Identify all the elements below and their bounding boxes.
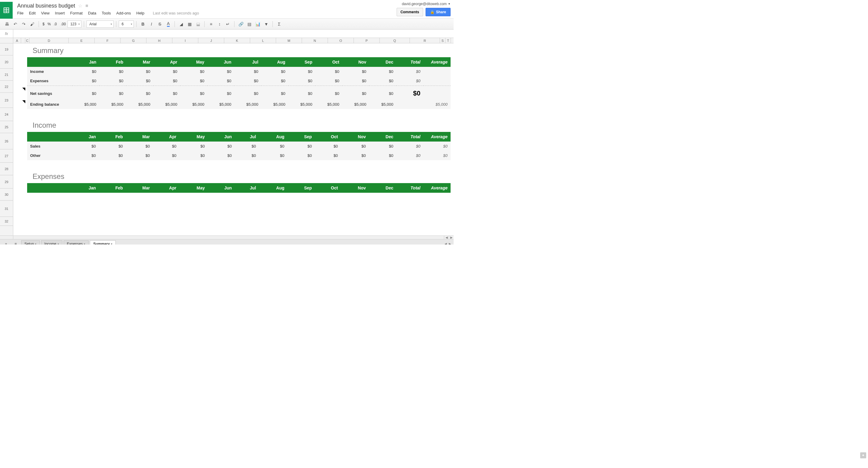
sheet-tab-summary[interactable]: Summary▾: [90, 240, 116, 244]
row-header[interactable]: 22: [0, 81, 13, 93]
row-header[interactable]: 21: [0, 69, 13, 81]
column-header[interactable]: K: [224, 38, 250, 43]
formula-bar: fx: [0, 30, 454, 38]
insert-comment-icon[interactable]: ▤: [245, 20, 253, 28]
strikethrough-icon[interactable]: S: [156, 20, 164, 28]
column-header[interactable]: P: [354, 38, 380, 43]
comments-button[interactable]: Comments: [397, 8, 423, 16]
column-header[interactable]: Q: [380, 38, 410, 43]
menu-format[interactable]: Format: [70, 11, 83, 15]
horizontal-scrollbar[interactable]: ◀▶: [0, 235, 454, 239]
column-header[interactable]: A: [13, 38, 21, 43]
column-header[interactable]: M: [276, 38, 302, 43]
font-size-select[interactable]: 6: [119, 21, 134, 28]
column-header[interactable]: J: [198, 38, 224, 43]
expenses-table[interactable]: JanFebMarAprMayJunJulAugSepOctNovDecTota…: [27, 183, 451, 193]
tab-scroll-right-icon[interactable]: ▶: [448, 241, 452, 244]
row-header[interactable]: 24: [0, 108, 13, 121]
share-button[interactable]: 🔒 Share: [426, 8, 451, 16]
document-title[interactable]: Annual business budget: [17, 3, 75, 9]
row-header[interactable]: 27: [0, 149, 13, 163]
insert-chart-icon[interactable]: 📊: [254, 20, 261, 28]
column-header[interactable]: R: [410, 38, 440, 43]
row-header[interactable]: 31: [0, 201, 13, 217]
print-icon[interactable]: 🖶: [3, 20, 11, 28]
income-title: Income: [33, 121, 451, 130]
column-header[interactable]: C: [25, 38, 30, 43]
formula-input[interactable]: [13, 30, 454, 38]
row-header[interactable]: 28: [0, 163, 13, 175]
horizontal-align-icon[interactable]: ≡: [207, 20, 215, 28]
increase-decimal[interactable]: .00: [60, 22, 67, 26]
italic-icon[interactable]: I: [147, 20, 155, 28]
column-header[interactable]: [21, 38, 25, 43]
format-currency[interactable]: $: [41, 22, 46, 26]
column-header[interactable]: H: [147, 38, 173, 43]
all-sheets-button[interactable]: ≡: [11, 240, 20, 245]
scroll-left-icon[interactable]: ◀: [444, 236, 449, 239]
row-header[interactable]: 29: [0, 175, 13, 189]
row-header[interactable]: 26: [0, 133, 13, 149]
summary-table[interactable]: JanFebMarAprMayJunJulAugSepOctNovDecTota…: [27, 57, 451, 109]
undo-icon[interactable]: ↶: [11, 20, 19, 28]
menu-edit[interactable]: Edit: [29, 11, 36, 15]
column-header[interactable]: S: [440, 38, 445, 43]
sheet-bar: + ≡ Setup▾Income▾Expenses▾Summary▾ ◀ ▶: [0, 239, 454, 244]
filter-icon[interactable]: ▼: [262, 20, 270, 28]
user-account[interactable]: david.george@ditoweb.com▼: [402, 2, 451, 6]
decrease-decimal[interactable]: .0: [53, 22, 59, 26]
sheet-tab-expenses[interactable]: Expenses▾: [64, 240, 89, 244]
row-header[interactable]: 23: [0, 93, 13, 108]
menu-tools[interactable]: Tools: [101, 11, 111, 15]
format-percent[interactable]: %: [46, 22, 52, 26]
column-header[interactable]: T: [445, 38, 451, 43]
menu-insert[interactable]: Insert: [55, 11, 65, 15]
paint-format-icon[interactable]: 🖌: [28, 20, 36, 28]
bold-icon[interactable]: B: [139, 20, 147, 28]
font-family-select[interactable]: Arial: [87, 21, 114, 28]
insert-link-icon[interactable]: 🔗: [237, 20, 245, 28]
menu-addons[interactable]: Add-ons: [116, 11, 131, 15]
row-header[interactable]: 32: [0, 217, 13, 226]
last-edit-status[interactable]: Last edit was seconds ago: [153, 11, 199, 15]
menu-help[interactable]: Help: [136, 11, 144, 15]
fill-color-icon[interactable]: ◢: [177, 20, 185, 28]
sheets-logo[interactable]: [0, 2, 13, 19]
functions-icon[interactable]: Σ: [275, 20, 283, 28]
folder-icon[interactable]: ■: [85, 3, 88, 8]
sheet-tab-setup[interactable]: Setup▾: [21, 240, 40, 244]
add-sheet-button[interactable]: +: [2, 240, 10, 245]
menu-data[interactable]: Data: [88, 11, 96, 15]
column-header[interactable]: O: [328, 38, 354, 43]
column-header[interactable]: L: [250, 38, 276, 43]
column-header[interactable]: I: [173, 38, 198, 43]
column-header[interactable]: F: [95, 38, 121, 43]
row-header[interactable]: 20: [0, 56, 13, 69]
redo-icon[interactable]: ↷: [20, 20, 28, 28]
sheet-tab-income[interactable]: Income▾: [41, 240, 62, 244]
text-wrap-icon[interactable]: ↵: [224, 20, 232, 28]
column-header[interactable]: E: [69, 38, 95, 43]
summary-title: Summary: [33, 46, 451, 55]
select-all-corner[interactable]: [0, 38, 13, 43]
column-header[interactable]: D: [30, 38, 69, 43]
row-header[interactable]: 30: [0, 189, 13, 201]
column-header[interactable]: N: [302, 38, 328, 43]
cells-area[interactable]: SummaryJanFebMarAprMayJunJulAugSepOctNov…: [13, 43, 454, 235]
row-header[interactable]: 25: [0, 121, 13, 133]
star-icon[interactable]: ☆: [78, 3, 82, 9]
fx-icon[interactable]: fx: [0, 30, 13, 38]
text-color-icon[interactable]: A: [164, 20, 172, 28]
menu-bar: File Edit View Insert Format Data Tools …: [17, 11, 397, 15]
income-table[interactable]: JanFebMarAprMayJunJulAugSepOctNovDecTota…: [27, 132, 451, 160]
tab-scroll-left-icon[interactable]: ◀: [444, 241, 447, 244]
vertical-align-icon[interactable]: ↕: [216, 20, 223, 28]
column-header[interactable]: G: [121, 38, 147, 43]
menu-view[interactable]: View: [41, 11, 50, 15]
scroll-right-icon[interactable]: ▶: [449, 236, 454, 239]
menu-file[interactable]: File: [17, 11, 24, 15]
merge-cells-icon[interactable]: ⬓: [194, 20, 202, 28]
number-format-select[interactable]: 123: [67, 21, 82, 28]
borders-icon[interactable]: ▦: [186, 20, 193, 28]
row-header[interactable]: 19: [0, 43, 13, 56]
